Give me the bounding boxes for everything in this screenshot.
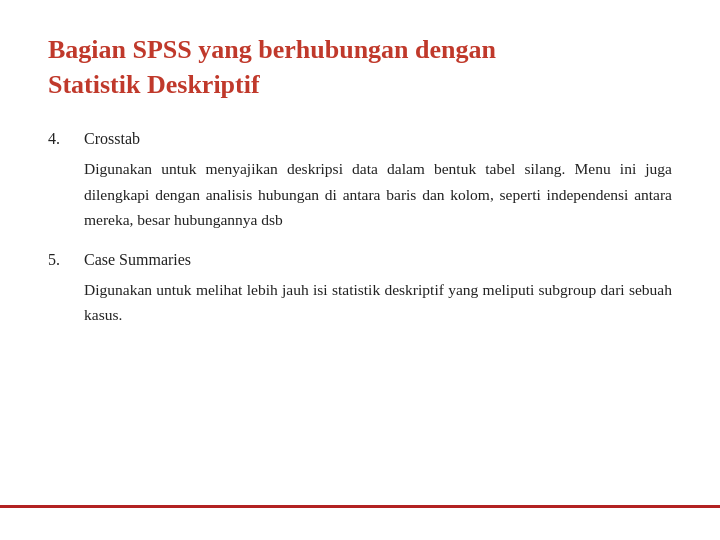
title-line1: Bagian SPSS yang berhubungan dengan — [48, 35, 496, 64]
list-item-1-content: Crosstab Digunakan untuk menyajikan desk… — [84, 130, 672, 233]
content-area: 4. Crosstab Digunakan untuk menyajikan d… — [48, 130, 672, 505]
list-item-2-content: Case Summaries Digunakan untuk melihat l… — [84, 251, 672, 328]
title-line2: Statistik Deskriptif — [48, 70, 260, 99]
list-item-2-description: Digunakan untuk melihat lebih jauh isi s… — [84, 277, 672, 328]
list-item-2: 5. Case Summaries Digunakan untuk meliha… — [48, 251, 672, 328]
list-item-1: 4. Crosstab Digunakan untuk menyajikan d… — [48, 130, 672, 233]
list-item-2-title: Case Summaries — [84, 251, 672, 269]
list-item-1-description: Digunakan untuk menyajikan deskripsi dat… — [84, 156, 672, 233]
slide-title: Bagian SPSS yang berhubungan dengan Stat… — [48, 32, 672, 102]
list-number-2: 5. — [48, 251, 84, 269]
list-item-1-title: Crosstab — [84, 130, 672, 148]
bottom-border — [0, 505, 720, 508]
slide-container: Bagian SPSS yang berhubungan dengan Stat… — [0, 0, 720, 540]
list-number-1: 4. — [48, 130, 84, 148]
